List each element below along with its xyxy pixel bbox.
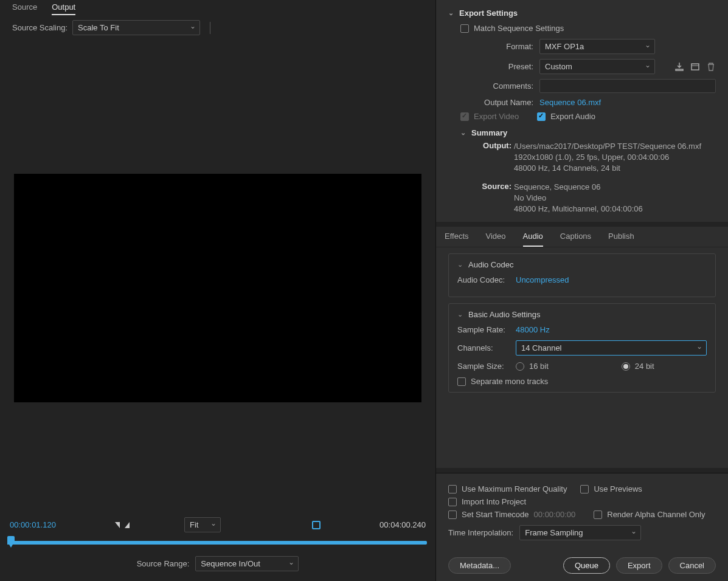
render-alpha-checkbox[interactable] [594,511,602,519]
import-into-project-label: Import Into Project [462,497,526,506]
sample-size-24-label: 24 bit [635,362,654,371]
set-start-tc-checkbox[interactable] [448,511,457,519]
chevron-down-icon[interactable]: ⌄ [448,9,454,17]
export-audio-label: Export Audio [550,112,595,121]
tab-effects[interactable]: Effects [445,227,469,247]
mark-in-icon[interactable] [115,522,120,528]
basic-audio-panel: ⌄Basic Audio Settings Sample Rate: 48000… [448,303,716,393]
source-scaling-label: Source Scaling: [12,23,68,32]
set-start-tc-label: Set Start Timecode [462,510,529,519]
basic-audio-title: Basic Audio Settings [468,310,541,319]
summary-title: Summary [471,128,507,137]
sample-size-16-label: 16 bit [529,362,549,371]
source-range-label: Source Range: [137,559,190,568]
channels-select[interactable]: 14 Channel [516,340,707,356]
output-name-link[interactable]: Sequence 06.mxf [539,98,716,107]
channels-label: Channels: [457,343,510,352]
save-preset-icon[interactable] [674,62,684,72]
tab-output[interactable]: Output [52,0,75,15]
audio-codec-value[interactable]: Uncompressed [516,275,707,284]
use-max-render-label: Use Maximum Render Quality [462,484,567,493]
import-preset-icon[interactable] [690,62,700,72]
tab-video[interactable]: Video [486,227,506,247]
summary-output-value: /Users/mac2017/Desktop/PP TEST/Sequence … [514,141,716,174]
export-video-label: Export Video [474,112,519,121]
mark-out-icon[interactable] [125,522,130,528]
source-range-select[interactable]: Sequence In/Out [195,556,299,571]
preset-select[interactable]: Custom [539,59,655,74]
timecode-current[interactable]: 00:00:01.120 [10,520,56,529]
audio-codec-title: Audio Codec [468,260,513,269]
comments-label: Comments: [473,81,533,91]
summary-output-label: Output: [475,141,511,174]
source-scaling-select[interactable]: Scale To Fit [72,20,200,35]
trash-icon[interactable] [706,62,716,72]
svg-rect-0 [692,64,699,70]
import-into-project-checkbox[interactable] [448,498,457,506]
sample-size-label: Sample Size: [457,362,510,371]
metadata-button[interactable]: Metadata... [448,557,511,574]
separate-mono-checkbox[interactable] [457,377,466,386]
use-previews-checkbox[interactable] [580,485,589,493]
summary-source-label: Source: [475,182,511,215]
audio-codec-label: Audio Codec: [457,275,510,284]
comments-input[interactable] [539,79,716,93]
timeline[interactable] [9,541,427,545]
separate-mono-label: Separate mono tracks [471,377,548,386]
tab-publish[interactable]: Publish [608,227,634,247]
sample-rate-label: Sample Rate: [457,325,510,334]
tab-audio[interactable]: Audio [523,227,543,247]
cancel-button[interactable]: Cancel [668,557,716,574]
export-settings-title: Export Settings [459,9,518,18]
chevron-down-icon[interactable]: ⌄ [460,129,466,137]
output-name-label: Output Name: [473,98,533,107]
timecode-duration: 00:04:00.240 [380,520,426,529]
sample-rate-value[interactable]: 48000 Hz [516,325,707,334]
sample-size-16-radio[interactable] [516,362,524,371]
summary-source-value: Sequence, Sequence 06No Video48000 Hz, M… [514,182,716,215]
audio-codec-panel: ⌄Audio Codec Audio Codec: Uncompressed [448,253,716,297]
time-interp-select[interactable]: Frame Sampling [519,525,641,540]
preview-viewport [14,174,421,402]
match-sequence-checkbox[interactable] [460,24,469,33]
export-audio-checkbox[interactable] [537,112,546,121]
time-interp-label: Time Interpolation: [448,528,513,537]
queue-button[interactable]: Queue [563,557,610,574]
sample-size-24-radio[interactable] [622,362,630,371]
render-alpha-label: Render Alpha Channel Only [607,510,705,519]
tab-captions[interactable]: Captions [560,227,591,247]
zoom-fit-select[interactable]: Fit [184,517,221,532]
format-select[interactable]: MXF OP1a [539,39,655,54]
start-tc-value: 00:00:00:00 [534,510,576,519]
chevron-down-icon[interactable]: ⌄ [457,311,463,318]
export-video-checkbox [460,112,469,121]
tab-source[interactable]: Source [12,0,37,15]
use-max-render-checkbox[interactable] [448,485,457,493]
chevron-down-icon[interactable]: ⌄ [457,261,463,269]
divider [210,22,210,34]
export-button[interactable]: Export [616,557,662,574]
match-sequence-label: Match Sequence Settings [474,24,564,33]
crop-icon[interactable] [312,521,321,529]
use-previews-label: Use Previews [594,484,642,493]
preset-label: Preset: [473,62,533,71]
format-label: Format: [473,42,533,51]
